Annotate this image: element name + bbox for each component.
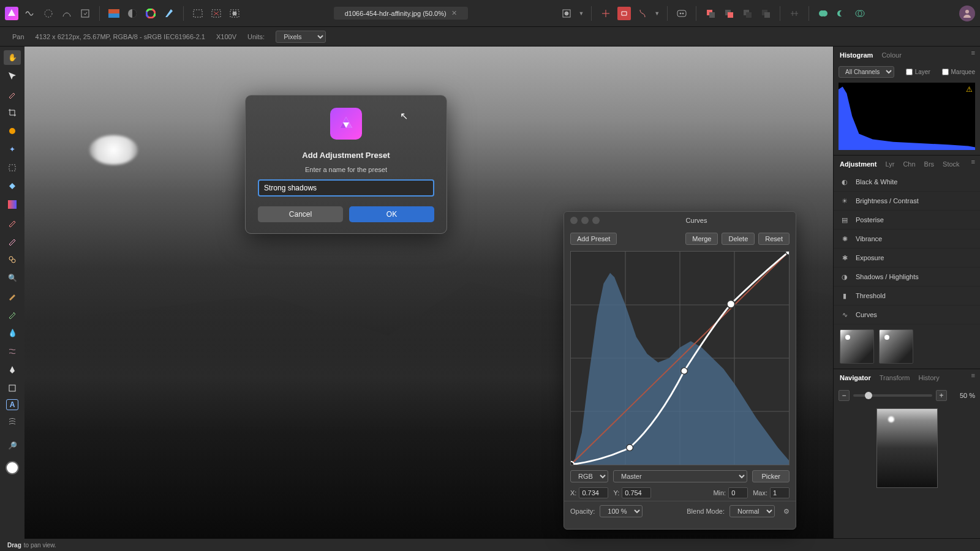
mask-icon[interactable] — [126, 7, 139, 20]
navigator-thumbnail[interactable] — [876, 408, 938, 488]
selection-rect-icon[interactable] — [191, 7, 205, 20]
tab-adjustment[interactable]: Adjustment — [839, 158, 878, 170]
adjustment-brightness-contrast[interactable]: ☀Brightness / Contrast — [834, 192, 980, 211]
persona-export-icon[interactable] — [78, 7, 92, 20]
boolean-subtract-icon[interactable] — [835, 7, 848, 20]
zoom-slider[interactable] — [853, 394, 932, 397]
arrange-backward-icon[interactable] — [741, 7, 754, 20]
hand-tool-icon[interactable]: ✋ — [4, 50, 21, 65]
panel-menu-icon[interactable]: ≡ — [971, 49, 975, 61]
cancel-button[interactable]: Cancel — [258, 206, 343, 222]
force-pixel-icon[interactable] — [636, 7, 649, 20]
deselect-icon[interactable] — [209, 7, 223, 20]
preset-thumb[interactable] — [879, 329, 913, 364]
adjustment-black-white[interactable]: ◐Black & White — [834, 173, 980, 192]
ok-button[interactable]: OK — [349, 206, 434, 222]
close-tab-icon[interactable]: ✕ — [451, 9, 457, 17]
document-title[interactable]: d1066-454-hdr-affinity.jpg (50.0%) ✕ — [334, 7, 468, 20]
tab-brs[interactable]: Brs — [923, 158, 936, 170]
minimize-traffic-light-icon[interactable] — [581, 217, 589, 224]
colour-swatch-icon[interactable] — [4, 460, 21, 475]
max-input[interactable] — [770, 487, 790, 498]
zoom-out-button[interactable]: − — [839, 390, 850, 401]
marquee-tool-icon[interactable] — [4, 160, 21, 175]
tab-colour[interactable]: Colour — [880, 49, 902, 61]
blur-tool-icon[interactable]: 💧 — [4, 326, 21, 340]
curves-graph[interactable] — [570, 251, 790, 465]
snapping-icon[interactable] — [599, 7, 612, 20]
arrange-back-icon[interactable] — [759, 7, 772, 20]
assistant-icon[interactable] — [675, 7, 688, 20]
adjustment-exposure[interactable]: ✱Exposure — [834, 249, 980, 268]
gradient-tool-icon[interactable] — [4, 197, 21, 212]
opacity-select[interactable]: 100 % — [600, 505, 643, 517]
persona-liquify-icon[interactable] — [42, 7, 55, 20]
arrange-forward-icon[interactable] — [722, 7, 736, 20]
persona-develop-icon[interactable] — [60, 7, 74, 20]
tab-stock[interactable]: Stock — [941, 158, 961, 170]
persona-photo-icon[interactable] — [23, 7, 37, 20]
healing-brush-tool-icon[interactable] — [4, 307, 21, 322]
invert-selection-icon[interactable] — [228, 7, 241, 20]
inpainting-tool-icon[interactable] — [4, 289, 21, 304]
tab-transform[interactable]: Transform — [878, 372, 911, 384]
tab-history[interactable]: History — [917, 372, 940, 384]
panel-menu-icon[interactable]: ≡ — [971, 158, 975, 170]
picker-button[interactable]: Picker — [752, 470, 790, 482]
move-tool-icon[interactable] — [4, 69, 21, 83]
y-input[interactable] — [622, 487, 651, 498]
curves-channel-select[interactable]: RGB — [570, 470, 608, 482]
adjustment-curves[interactable]: ∿Curves — [834, 305, 980, 324]
chevron-down-icon[interactable]: ▼ — [654, 10, 660, 17]
text-tool-icon[interactable]: A — [6, 399, 18, 410]
swatches-icon[interactable] — [107, 7, 121, 20]
snapping-active-icon[interactable] — [617, 7, 631, 20]
zoom-in-button[interactable]: + — [936, 390, 947, 401]
account-icon[interactable] — [959, 6, 975, 21]
paint-brush-tool-icon[interactable] — [4, 216, 21, 230]
preset-name-input[interactable] — [258, 179, 434, 197]
adjustment-threshold[interactable]: ▮Threshold — [834, 287, 980, 305]
curves-titlebar[interactable]: Curves — [564, 212, 796, 229]
colour-wheel-icon[interactable] — [144, 7, 157, 20]
dodge-tool-icon[interactable]: 🔍 — [4, 271, 21, 285]
curves-master-select[interactable]: Master — [613, 470, 747, 482]
mesh-warp-tool-icon[interactable] — [4, 344, 21, 359]
delete-button[interactable]: Delete — [722, 233, 755, 245]
selection-brush-tool-icon[interactable] — [4, 124, 21, 138]
chevron-down-icon[interactable]: ▼ — [578, 10, 584, 17]
blend-mode-select[interactable]: Normal — [729, 505, 775, 517]
tab-lyr[interactable]: Lyr — [884, 158, 896, 170]
quick-mask-icon[interactable] — [560, 7, 573, 20]
erase-brush-tool-icon[interactable] — [4, 234, 21, 249]
rectangle-tool-icon[interactable] — [4, 381, 21, 395]
magic-wand-tool-icon[interactable]: ✦ — [4, 142, 21, 157]
merge-button[interactable]: Merge — [685, 233, 718, 245]
clone-brush-tool-icon[interactable] — [4, 252, 21, 267]
adjustment-posterise[interactable]: ▤Posterise — [834, 211, 980, 230]
channel-select[interactable]: All Channels — [839, 66, 894, 78]
gear-icon[interactable]: ⚙ — [783, 508, 790, 515]
arrange-front-icon[interactable] — [704, 7, 717, 20]
adjustment-vibrance[interactable]: ✺Vibrance — [834, 230, 980, 249]
panel-menu-icon[interactable]: ≡ — [971, 372, 975, 384]
add-preset-button[interactable]: Add Preset — [570, 233, 617, 245]
colour-picker-tool-icon[interactable] — [4, 87, 21, 102]
tab-navigator[interactable]: Navigator — [839, 372, 872, 384]
zoom-tool-icon[interactable]: 🔎 — [4, 438, 21, 453]
boolean-add-icon[interactable] — [816, 7, 830, 20]
mixer-brush-tool-icon[interactable] — [4, 414, 21, 429]
marquee-checkbox[interactable]: Marquee — [942, 69, 975, 75]
auto-colour-icon[interactable] — [162, 7, 176, 20]
pen-tool-icon[interactable] — [4, 362, 21, 377]
maximize-traffic-light-icon[interactable] — [592, 217, 600, 224]
flood-fill-tool-icon[interactable] — [4, 179, 21, 193]
align-icon[interactable] — [788, 7, 801, 20]
close-traffic-light-icon[interactable] — [570, 217, 578, 224]
min-input[interactable] — [728, 487, 748, 498]
preset-thumb[interactable] — [840, 329, 874, 364]
crop-tool-icon[interactable] — [4, 105, 21, 120]
x-input[interactable] — [579, 487, 608, 498]
layer-checkbox[interactable]: Layer — [906, 69, 930, 75]
tab-histogram[interactable]: Histogram — [839, 49, 874, 61]
